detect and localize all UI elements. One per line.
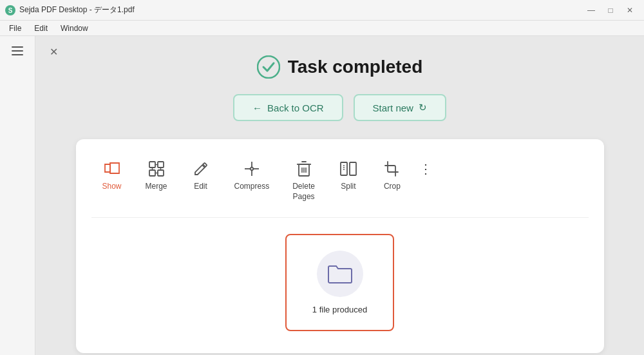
start-new-label: Start new — [373, 102, 413, 113]
hamburger-line-2 — [12, 50, 23, 52]
back-to-ocr-button[interactable]: ← Back to OCR — [233, 94, 343, 121]
tool-crop[interactable]: Crop — [372, 155, 413, 197]
svg-rect-3 — [149, 162, 155, 168]
hamburger-line-3 — [12, 54, 23, 55]
crop-icon — [383, 160, 401, 178]
title-bar: S Sejda PDF Desktop - データ1.pdf — □ ✕ — [0, 0, 644, 21]
folder-circle — [317, 251, 363, 297]
crop-label: Crop — [384, 182, 401, 192]
tool-compress[interactable]: Compress — [224, 155, 280, 197]
svg-rect-5 — [149, 170, 155, 176]
app-body: ✕ Task completed ← Back to OCR Start new… — [0, 36, 644, 355]
tool-merge[interactable]: Merge — [135, 155, 178, 197]
svg-rect-6 — [158, 170, 164, 176]
file-count-label: 1 file produced — [312, 305, 367, 314]
sidebar — [0, 36, 35, 355]
file-area: 1 file produced — [91, 231, 589, 334]
edit-icon — [192, 160, 210, 178]
close-button[interactable]: ✕ — [621, 4, 639, 17]
maximize-button[interactable]: □ — [601, 4, 620, 17]
menu-file[interactable]: File — [3, 23, 28, 34]
svg-rect-25 — [341, 162, 347, 175]
menu-window[interactable]: Window — [54, 23, 95, 34]
hamburger-line-1 — [12, 46, 23, 48]
split-label: Split — [341, 182, 355, 192]
edit-label: Edit — [194, 182, 207, 192]
show-icon — [103, 160, 121, 178]
back-arrow-icon: ← — [252, 102, 262, 113]
toolbar: Show — [91, 155, 589, 218]
svg-line-18 — [252, 169, 254, 171]
tool-card: Show — [76, 139, 604, 353]
svg-text:S: S — [8, 7, 13, 14]
window-title: Sejda PDF Desktop - データ1.pdf — [19, 5, 135, 15]
svg-rect-4 — [158, 162, 164, 168]
back-to-ocr-label: Back to OCR — [267, 102, 324, 113]
tool-show[interactable]: Show — [91, 155, 133, 197]
main-content: ✕ Task completed ← Back to OCR Start new… — [35, 36, 644, 355]
minimize-button[interactable]: — — [582, 4, 600, 17]
hamburger-menu[interactable] — [8, 41, 27, 61]
task-completed-header: Task completed — [257, 55, 423, 79]
menu-edit[interactable]: Edit — [28, 23, 54, 34]
refresh-icon: ↻ — [419, 102, 427, 113]
svg-rect-26 — [350, 162, 356, 175]
merge-icon — [147, 160, 166, 178]
split-icon — [339, 160, 357, 178]
tool-split[interactable]: Split — [328, 155, 369, 197]
check-circle-icon — [257, 55, 280, 79]
merge-label: Merge — [146, 182, 167, 192]
menu-bar: File Edit Window — [0, 21, 644, 36]
svg-point-2 — [258, 56, 279, 78]
task-title: Task completed — [288, 57, 423, 77]
start-new-button[interactable]: Start new ↻ — [354, 94, 446, 121]
window-controls: — □ ✕ — [582, 4, 639, 17]
show-label: Show — [102, 182, 121, 192]
file-produced-card[interactable]: 1 file produced — [285, 234, 394, 331]
tool-edit[interactable]: Edit — [180, 155, 222, 197]
delete-pages-label: DeletePages — [292, 182, 315, 202]
compress-label: Compress — [234, 182, 270, 192]
app-icon: S — [5, 5, 15, 15]
delete-pages-icon — [295, 160, 313, 178]
close-x-button[interactable]: ✕ — [46, 44, 61, 59]
tool-delete-pages[interactable]: DeletePages — [282, 155, 325, 207]
title-bar-left: S Sejda PDF Desktop - データ1.pdf — [5, 5, 135, 15]
more-tools-button[interactable]: ⋮ — [415, 158, 436, 179]
action-buttons: ← Back to OCR Start new ↻ — [233, 94, 446, 121]
compress-icon — [243, 160, 261, 178]
